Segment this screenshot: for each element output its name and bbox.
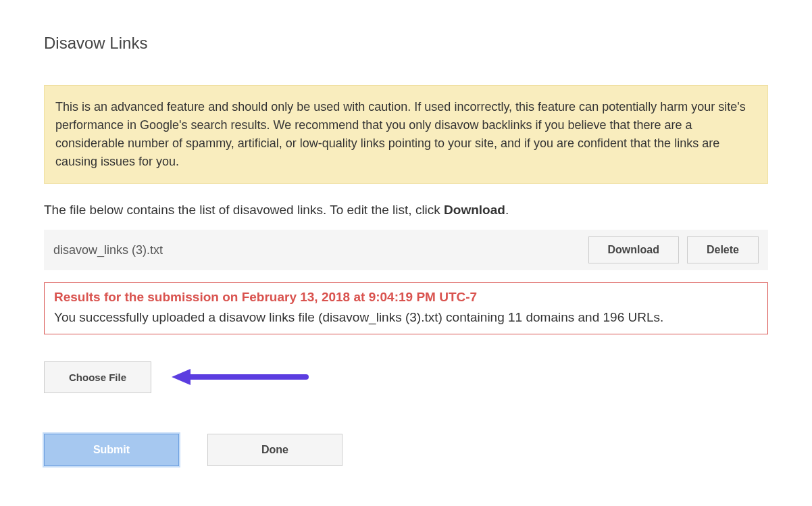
warning-box: This is an advanced feature and should o… (44, 85, 768, 184)
results-title: Results for the submission on February 1… (54, 290, 758, 305)
file-row: disavow_links (3).txt Download Delete (44, 230, 768, 270)
warning-text: This is an advanced feature and should o… (55, 100, 746, 168)
results-box: Results for the submission on February 1… (44, 282, 768, 334)
done-button[interactable]: Done (207, 434, 342, 466)
description-text: The file below contains the list of disa… (44, 203, 768, 218)
download-button[interactable]: Download (588, 236, 679, 263)
results-body: You successfully uploaded a disavow link… (54, 309, 758, 327)
delete-button[interactable]: Delete (687, 236, 759, 263)
description-suffix: . (505, 203, 509, 217)
description-prefix: The file below contains the list of disa… (44, 203, 444, 217)
page-title: Disavow Links (44, 34, 768, 53)
description-bold: Download (444, 203, 505, 217)
bottom-buttons: Submit Done (44, 434, 768, 466)
arrow-annotation-icon (168, 367, 309, 387)
file-actions: Download Delete (588, 236, 759, 263)
submit-button[interactable]: Submit (44, 434, 179, 466)
file-name: disavow_links (3).txt (53, 243, 163, 257)
choose-file-button[interactable]: Choose File (44, 361, 151, 393)
svg-marker-1 (172, 369, 191, 385)
choose-file-row: Choose File (44, 361, 768, 393)
